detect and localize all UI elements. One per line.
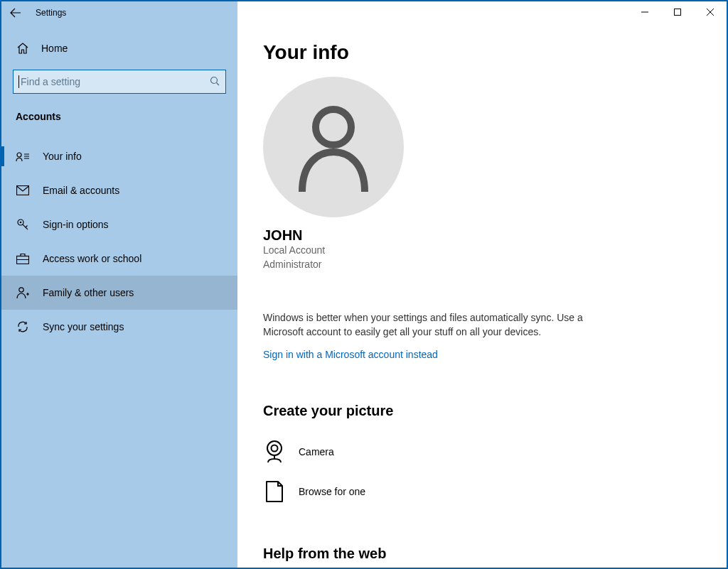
titlebar-left: Settings bbox=[1, 1, 237, 24]
sync-description: Windows is better when your settings and… bbox=[263, 311, 604, 339]
page-title: Your info bbox=[263, 41, 701, 64]
sidebar-item-label: Family & other users bbox=[43, 287, 134, 298]
people-add-icon bbox=[16, 286, 30, 300]
sidebar-item-email-accounts[interactable]: Email & accounts bbox=[1, 173, 237, 207]
person-card-icon bbox=[16, 149, 30, 163]
svg-point-10 bbox=[272, 445, 278, 452]
sidebar-item-label: Sync your settings bbox=[43, 321, 124, 332]
search-input[interactable] bbox=[19, 75, 210, 88]
svg-point-7 bbox=[19, 288, 23, 292]
camera-option[interactable]: Camera bbox=[263, 432, 701, 472]
svg-point-8 bbox=[316, 109, 351, 145]
search-box[interactable] bbox=[13, 70, 226, 94]
titlebar-right bbox=[237, 1, 727, 24]
sidebar-item-label: Email & accounts bbox=[43, 185, 119, 196]
browse-label: Browse for one bbox=[299, 486, 365, 497]
briefcase-icon bbox=[16, 251, 30, 266]
key-icon bbox=[16, 217, 30, 232]
search-icon bbox=[210, 76, 220, 88]
create-picture-title: Create your picture bbox=[263, 403, 701, 419]
svg-point-9 bbox=[267, 441, 282, 455]
body: Home Accounts Your info bbox=[1, 24, 727, 568]
person-icon bbox=[291, 92, 376, 199]
text-caret bbox=[18, 75, 19, 88]
sidebar-item-sync-settings[interactable]: Sync your settings bbox=[1, 310, 237, 344]
account-role: Administrator bbox=[263, 258, 701, 272]
sign-in-microsoft-link[interactable]: Sign in with a Microsoft account instead bbox=[263, 349, 438, 360]
close-button[interactable] bbox=[694, 1, 727, 23]
svg-point-2 bbox=[17, 153, 21, 157]
svg-point-1 bbox=[211, 77, 218, 83]
svg-point-5 bbox=[20, 222, 22, 224]
main-content: Your info JOHN Local Account Administrat… bbox=[237, 24, 727, 568]
avatar bbox=[263, 77, 404, 217]
browse-option[interactable]: Browse for one bbox=[263, 472, 701, 511]
arrow-left-icon bbox=[10, 7, 21, 18]
sidebar: Home Accounts Your info bbox=[1, 24, 237, 568]
sidebar-item-access-work-school[interactable]: Access work or school bbox=[1, 242, 237, 276]
search-container bbox=[13, 70, 226, 94]
maximize-icon bbox=[674, 9, 681, 16]
home-label: Home bbox=[41, 43, 68, 54]
sidebar-item-label: Access work or school bbox=[43, 253, 141, 264]
avatar-container bbox=[263, 77, 701, 217]
sidebar-item-signin-options[interactable]: Sign-in options bbox=[1, 207, 237, 242]
minimize-icon bbox=[641, 9, 648, 16]
sidebar-section-header: Accounts bbox=[1, 104, 237, 129]
sidebar-item-your-info[interactable]: Your info bbox=[1, 139, 237, 173]
sidebar-item-family-other-users[interactable]: Family & other users bbox=[1, 276, 237, 310]
minimize-button[interactable] bbox=[628, 1, 661, 23]
settings-window: Settings Home bbox=[0, 0, 728, 569]
home-button[interactable]: Home bbox=[1, 33, 237, 64]
sidebar-item-label: Your info bbox=[43, 151, 82, 162]
sync-icon bbox=[16, 320, 30, 334]
svg-rect-0 bbox=[675, 9, 681, 16]
window-controls bbox=[628, 1, 727, 23]
maximize-button[interactable] bbox=[661, 1, 694, 23]
help-from-web-title: Help from the web bbox=[263, 546, 701, 562]
nav-list: Your info Email & accounts Sign-in optio… bbox=[1, 139, 237, 344]
window-title: Settings bbox=[36, 8, 66, 18]
close-icon bbox=[707, 9, 714, 16]
account-type: Local Account bbox=[263, 244, 701, 258]
home-icon bbox=[16, 41, 30, 55]
camera-label: Camera bbox=[299, 446, 334, 457]
file-icon bbox=[263, 479, 286, 504]
camera-icon bbox=[263, 439, 286, 465]
back-button[interactable] bbox=[1, 1, 30, 24]
titlebar: Settings bbox=[1, 1, 727, 24]
mail-icon bbox=[16, 183, 30, 197]
sidebar-item-label: Sign-in options bbox=[43, 219, 109, 230]
username: JOHN bbox=[263, 227, 701, 244]
